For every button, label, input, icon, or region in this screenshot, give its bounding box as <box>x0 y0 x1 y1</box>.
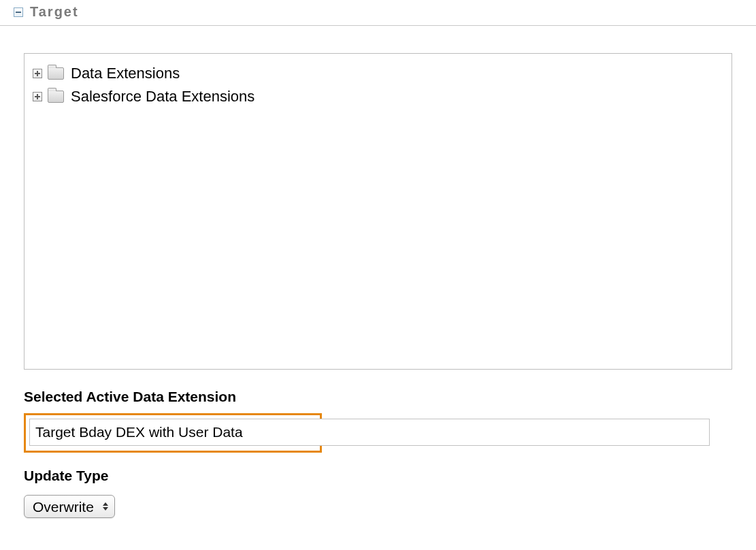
expand-icon[interactable] <box>33 69 42 78</box>
collapse-section-icon[interactable] <box>14 7 23 17</box>
tree-item-salesforce-data-extensions[interactable]: Salesforce Data Extensions <box>31 85 725 108</box>
selected-extension-input[interactable] <box>29 419 710 446</box>
tree-item-label: Salesforce Data Extensions <box>71 88 254 106</box>
section-content: Data Extensions Salesforce Data Extensio… <box>0 26 756 532</box>
selected-extension-section: Selected Active Data Extension <box>24 389 732 453</box>
folder-icon <box>48 67 64 80</box>
tree-item-data-extensions[interactable]: Data Extensions <box>31 62 725 85</box>
tree-item-label: Data Extensions <box>71 65 180 82</box>
update-type-section: Update Type Overwrite <box>24 468 732 518</box>
update-type-select[interactable]: Overwrite <box>24 495 115 518</box>
section-title: Target <box>30 4 79 20</box>
folder-icon <box>48 91 64 103</box>
selected-extension-label: Selected Active Data Extension <box>24 389 732 405</box>
section-header: Target <box>0 0 756 26</box>
folder-tree-panel: Data Extensions Salesforce Data Extensio… <box>24 53 732 370</box>
expand-icon[interactable] <box>33 92 42 101</box>
update-type-label: Update Type <box>24 468 732 484</box>
